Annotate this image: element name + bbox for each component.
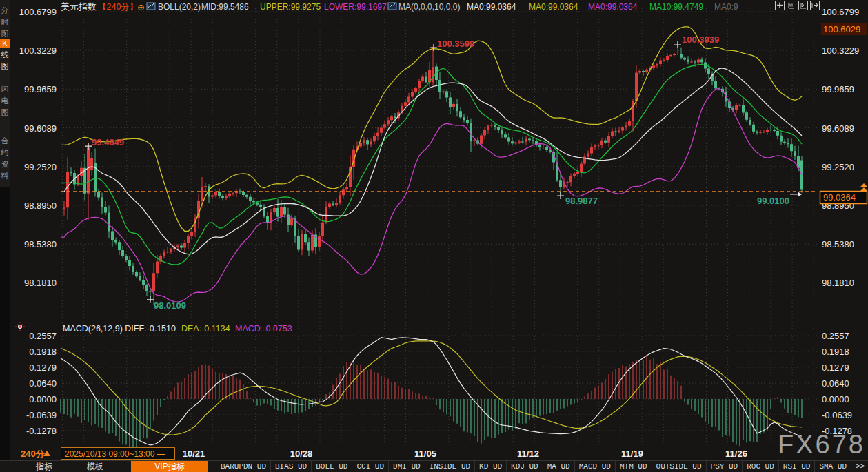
svg-text:99.9659: 99.9659: [822, 84, 854, 94]
svg-text:10/28: 10/28: [290, 449, 313, 459]
svg-text:MA0:99.0364: MA0:99.0364: [467, 2, 516, 12]
svg-text:美元指数: 美元指数: [61, 1, 97, 12]
svg-text:0.1918: 0.1918: [29, 347, 57, 357]
svg-text:LOWER:99.1697: LOWER:99.1697: [324, 2, 387, 12]
svg-text:0.0640: 0.0640: [822, 378, 849, 389]
svg-text:【240分】: 【240分】: [98, 2, 138, 12]
svg-text:MID:99.5486: MID:99.5486: [201, 2, 249, 12]
svg-text:99.2520: 99.2520: [24, 162, 57, 172]
svg-text:-0.0639: -0.0639: [26, 410, 57, 420]
svg-text:100.3229: 100.3229: [19, 45, 57, 56]
svg-text:99.2520: 99.2520: [822, 162, 854, 172]
svg-text:98.8950: 98.8950: [24, 201, 57, 211]
svg-text:99.0100: 99.0100: [757, 196, 789, 206]
svg-text:UPPER:99.9275: UPPER:99.9275: [260, 2, 321, 12]
svg-text:MACD(26,12,9) DIFF:-0.1510: MACD(26,12,9) DIFF:-0.1510: [63, 324, 176, 334]
svg-text:98.9877: 98.9877: [565, 196, 598, 206]
svg-text:11/26: 11/26: [725, 449, 747, 459]
svg-text:MA0:99.0364: MA0:99.0364: [529, 2, 578, 12]
svg-text:100.6799: 100.6799: [822, 7, 859, 17]
svg-text:98.1810: 98.1810: [24, 278, 57, 288]
svg-text:99.6089: 99.6089: [24, 123, 57, 134]
svg-text:2025/10/13 09:00~13:00 —: 2025/10/13 09:00~13:00 —: [65, 449, 165, 459]
svg-text:-0.0639: -0.0639: [822, 410, 852, 420]
svg-text:0.2557: 0.2557: [822, 331, 849, 341]
svg-text:DEA:-0.1134: DEA:-0.1134: [181, 324, 230, 334]
svg-text:98.5380: 98.5380: [822, 239, 854, 249]
svg-text:BOLL(20,2): BOLL(20,2): [158, 2, 201, 12]
svg-text:99.0364: 99.0364: [823, 192, 856, 203]
svg-text:100.3229: 100.3229: [822, 45, 859, 56]
svg-text:0.1279: 0.1279: [29, 362, 57, 373]
svg-text:0.1279: 0.1279: [822, 362, 849, 373]
svg-text:11/12: 11/12: [517, 449, 539, 459]
svg-text:⊕: ⊕: [137, 2, 145, 12]
svg-text:99.6089: 99.6089: [822, 123, 854, 134]
svg-text:0.0000: 0.0000: [29, 394, 57, 404]
svg-text:0.2557: 0.2557: [29, 331, 57, 341]
svg-text:98.5380: 98.5380: [24, 239, 57, 249]
svg-text:0.1918: 0.1918: [822, 347, 849, 357]
svg-text:240分: 240分: [21, 449, 46, 459]
svg-text:98.1810: 98.1810: [822, 278, 854, 288]
svg-text:0.0000: 0.0000: [822, 394, 849, 404]
svg-text:11/19: 11/19: [621, 449, 643, 459]
svg-text:MA10:99.4749: MA10:99.4749: [649, 2, 703, 12]
svg-text:0.0640: 0.0640: [29, 378, 57, 389]
svg-text:FX678: FX678: [778, 430, 865, 459]
svg-text:10/21: 10/21: [183, 449, 205, 459]
svg-text:MA(0,0,0,10,0,0): MA(0,0,0,10,0,0): [398, 2, 460, 12]
svg-text:MA0:99.0364: MA0:99.0364: [588, 2, 638, 12]
svg-text:100.3939: 100.3939: [682, 34, 719, 45]
svg-text:100.6799: 100.6799: [19, 7, 57, 17]
svg-text:99.4649: 99.4649: [92, 137, 124, 147]
svg-text:11/05: 11/05: [414, 449, 436, 459]
svg-text:MA0:9: MA0:9: [714, 2, 738, 12]
svg-text:99.9659: 99.9659: [24, 84, 57, 94]
svg-text:-0.1278: -0.1278: [26, 426, 57, 436]
svg-text:98.0109: 98.0109: [154, 300, 186, 311]
svg-text:MACD:-0.0753: MACD:-0.0753: [235, 324, 292, 334]
svg-text:100.3599: 100.3599: [437, 39, 474, 49]
svg-text:100.6029: 100.6029: [823, 24, 860, 34]
